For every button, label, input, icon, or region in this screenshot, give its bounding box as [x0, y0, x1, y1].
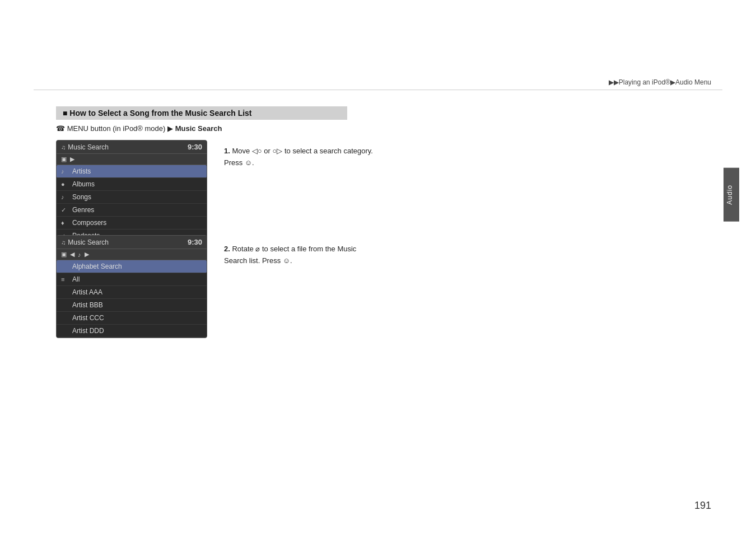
menu-icon: ☎ [56, 124, 65, 133]
song-icon: ♪ [61, 194, 69, 200]
page-number: 191 [694, 500, 711, 512]
music-note-icon1: ♫ [61, 144, 66, 151]
item-label: Alphabet Search [72, 263, 122, 270]
toolbar-icon-play: ▶ [70, 156, 74, 163]
list-item: ♪ Artists [57, 165, 207, 178]
section-heading: How to Select a Song from the Music Sear… [56, 106, 347, 120]
step2-text: Rotate ⌀ to select a file from the Music… [224, 245, 356, 265]
screen1-time: 9:30 [188, 143, 202, 151]
list-item: ♪ Songs [57, 191, 207, 204]
artist-icon: ♪ [61, 168, 69, 175]
item-label: Albums [72, 180, 95, 188]
item-label: Composers [72, 219, 106, 227]
subtitle-bold: Music Search [175, 124, 222, 133]
item-label: Genres [72, 206, 94, 214]
screen1-toolbar: ▣ ▶ [57, 154, 207, 165]
step1-instructions: 1. Move ◁○ or ○▷ to select a search cate… [224, 146, 381, 169]
list-item: ♦ Composers [57, 217, 207, 229]
subtitle-prefix: MENU button (in iPod® mode) ▶ [67, 124, 173, 133]
list-item: Artist BBB [57, 299, 207, 312]
screen1-title-text: Music Search [68, 143, 109, 151]
screen1-header: ♫ Music Search 9:30 [57, 140, 207, 154]
music-note-icon2: ♫ [61, 239, 66, 246]
toolbar-icon-prev: ◀ [70, 251, 74, 258]
item-label: Artist CCC [72, 314, 104, 322]
toolbar-icon-next: ▶ [85, 251, 89, 258]
screen1-title: ♫ Music Search [61, 143, 109, 151]
step1-text: Move ◁○ or ○▷ to select a search categor… [224, 147, 373, 167]
screen1: ♫ Music Search 9:30 ▣ ▶ ♪ Artists ● Albu… [56, 140, 207, 243]
list-item: Alphabet Search [57, 260, 207, 273]
screen2-title: ♫ Music Search [61, 238, 109, 246]
divider [34, 90, 722, 90]
album-icon: ● [61, 181, 69, 188]
screen2-toolbar: ▣ ◀ ♪ ▶ [57, 249, 207, 260]
list-item: Artist CCC [57, 312, 207, 325]
item-label: Songs [72, 193, 91, 201]
genre-icon: ✓ [61, 207, 69, 214]
sidebar-audio-label: Audio [724, 168, 739, 222]
list-item: Artist DDD [57, 325, 207, 338]
step2-number: 2. [224, 245, 230, 253]
screen2-title-text: Music Search [68, 238, 109, 246]
screen1-list: ♪ Artists ● Albums ♪ Songs ✓ Genres ♦ Co… [57, 165, 207, 242]
screen2-header: ♫ Music Search 9:30 [57, 236, 207, 249]
all-icon: ≡ [61, 276, 69, 283]
list-item: ✓ Genres [57, 204, 207, 217]
item-label: Artists [72, 167, 91, 175]
item-label: Artist DDD [72, 327, 104, 335]
composer-icon: ♦ [61, 219, 69, 226]
step2-instructions: 2. Rotate ⌀ to select a file from the Mu… [224, 243, 381, 267]
screen2-time: 9:30 [188, 238, 202, 246]
toolbar-icon-grid2: ▣ [61, 251, 67, 258]
item-label: Artist BBB [72, 301, 103, 309]
list-item: ≡ All [57, 273, 207, 286]
toolbar-icon-artist: ♪ [78, 251, 81, 258]
step1-number: 1. [224, 147, 230, 155]
subtitle-line: ☎ MENU button (in iPod® mode) ▶ Music Se… [56, 124, 222, 133]
list-item: Artist AAA [57, 286, 207, 299]
toolbar-icon-grid: ▣ [61, 156, 67, 163]
item-label: All [72, 275, 80, 283]
list-item: ● Albums [57, 178, 207, 191]
screen2: ♫ Music Search 9:30 ▣ ◀ ♪ ▶ Alphabet Sea… [56, 235, 207, 338]
item-label: Artist AAA [72, 288, 102, 296]
breadcrumb: ▶▶Playing an iPod®▶Audio Menu [609, 78, 711, 86]
screen2-list: Alphabet Search ≡ All Artist AAA Artist … [57, 260, 207, 338]
